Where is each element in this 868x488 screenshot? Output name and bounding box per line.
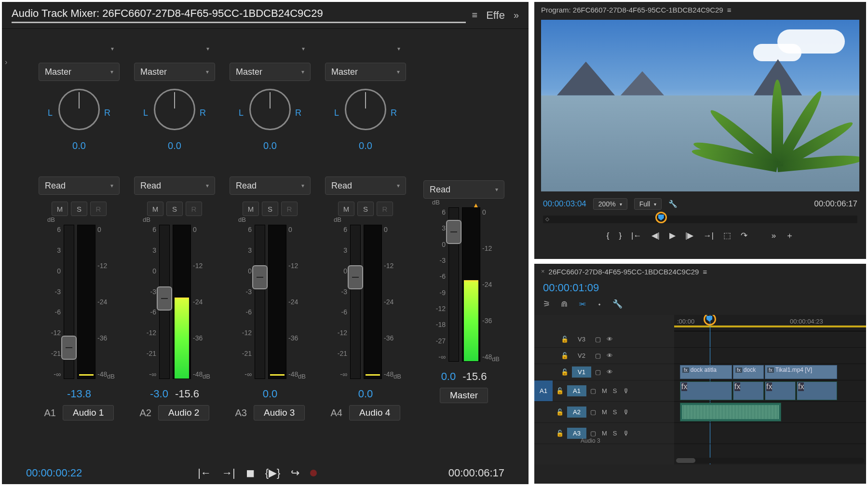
solo-icon[interactable]: S — [613, 387, 617, 394]
linked-selection-icon[interactable]: ⫘ — [578, 299, 586, 309]
channel-name[interactable]: Audio 2 — [158, 405, 209, 420]
pan-value[interactable]: 0.0 — [263, 140, 277, 151]
lift-icon[interactable]: ⬚ — [723, 230, 731, 241]
eye-icon[interactable]: 👁 — [607, 352, 613, 359]
source-patch[interactable] — [534, 423, 553, 444]
close-tab-icon[interactable]: × — [541, 268, 545, 276]
effect-slot-dropdown[interactable]: ▾ — [39, 40, 120, 58]
settings-wrench-icon[interactable]: 🔧 — [612, 299, 623, 309]
expand-chevron-icon[interactable]: › — [5, 58, 7, 67]
program-viewport[interactable] — [541, 20, 859, 191]
effect-slot-dropdown[interactable]: ▾ — [325, 40, 406, 58]
audio-clip[interactable]: fx — [733, 381, 764, 400]
eye-icon[interactable]: 👁 — [607, 368, 613, 376]
go-to-in-icon[interactable]: |← — [631, 231, 641, 241]
pan-value[interactable]: 0.0 — [359, 140, 372, 151]
track-target[interactable]: V1 — [572, 366, 591, 378]
record-enable-button[interactable]: R — [90, 202, 107, 216]
audio-clip[interactable]: fx — [797, 381, 837, 400]
effect-slot-dropdown[interactable]: ▾ — [134, 40, 215, 58]
mute-button[interactable]: M — [52, 202, 68, 216]
pan-knob[interactable] — [154, 89, 195, 130]
automation-mode-dropdown[interactable]: Read▾ — [134, 176, 215, 195]
solo-button[interactable]: S — [71, 202, 87, 216]
fader-handle[interactable] — [348, 265, 363, 289]
channel-name[interactable]: Audio 4 — [349, 405, 400, 420]
fader-handle[interactable] — [157, 286, 172, 311]
eye-icon[interactable]: 👁 — [607, 336, 613, 343]
step-forward-icon[interactable]: |▶ — [685, 230, 693, 241]
panel-menu-icon[interactable]: ≡ — [703, 268, 707, 276]
fader-track[interactable] — [350, 225, 361, 379]
timeline-timecode[interactable]: 00:00:01:09 — [534, 280, 866, 296]
overflow-icon[interactable]: » — [514, 10, 519, 21]
solo-icon[interactable]: S — [613, 408, 617, 416]
track-target[interactable]: A2 — [567, 407, 586, 418]
channel-name[interactable]: Master — [440, 388, 488, 403]
toggle-output-icon[interactable]: ▢ — [595, 352, 601, 359]
voice-over-icon[interactable]: 🎙 — [623, 387, 629, 394]
pan-knob[interactable] — [58, 89, 100, 130]
voice-over-icon[interactable]: 🎙 — [623, 430, 629, 437]
lock-icon[interactable]: 🔓 — [557, 352, 572, 359]
mark-out-icon[interactable]: } — [619, 231, 622, 241]
gain-value[interactable]: 0.0 — [358, 388, 373, 400]
pan-knob[interactable] — [249, 89, 291, 130]
fader-handle[interactable] — [252, 265, 268, 289]
track-target[interactable]: V3 — [572, 334, 591, 345]
solo-icon[interactable]: S — [613, 430, 617, 437]
fader-track[interactable] — [255, 225, 265, 379]
pan-value[interactable]: 0.0 — [168, 140, 181, 151]
pan-knob[interactable] — [345, 89, 386, 130]
fader-track[interactable] — [64, 225, 74, 379]
toggle-output-icon[interactable]: ▢ — [590, 387, 596, 394]
solo-button[interactable]: S — [357, 202, 374, 216]
send-dropdown[interactable]: Master▾ — [230, 63, 311, 81]
lock-icon[interactable]: 🔓 — [557, 336, 572, 343]
go-to-out-icon[interactable]: →| — [222, 467, 235, 479]
play-in-out-icon[interactable]: {▶} — [265, 467, 281, 479]
mark-in-icon[interactable]: { — [607, 231, 610, 241]
go-to-out-icon[interactable]: →| — [703, 231, 713, 241]
audio-clip[interactable]: fx — [680, 381, 732, 400]
effects-tab-truncated[interactable]: Effe — [486, 9, 505, 22]
panel-menu-icon[interactable]: ≡ — [472, 10, 477, 21]
lock-icon[interactable]: 🔓 — [553, 387, 567, 394]
audio-clip[interactable] — [680, 403, 781, 421]
fader-handle[interactable] — [446, 220, 461, 244]
track-target[interactable]: A1 — [567, 385, 586, 396]
overflow-icon[interactable]: » — [772, 231, 776, 241]
go-to-in-icon[interactable]: |← — [198, 467, 211, 479]
track-target[interactable]: V2 — [572, 350, 591, 361]
automation-mode-dropdown[interactable]: Read▾ — [423, 180, 504, 199]
horizontal-scrollbar[interactable] — [676, 458, 864, 463]
send-dropdown[interactable]: Master▾ — [134, 63, 215, 81]
channel-name[interactable]: Audio 3 — [254, 405, 305, 420]
marker-icon[interactable]: ⬩ — [597, 299, 602, 309]
automation-mode-dropdown[interactable]: Read▾ — [325, 176, 406, 195]
quality-dropdown[interactable]: Full▾ — [634, 198, 662, 210]
solo-button[interactable]: S — [262, 202, 278, 216]
mute-button[interactable]: M — [243, 202, 259, 216]
timeline-clips-area[interactable]: :00:00 00:00:04:23 fxdock atitlafxdockfx… — [674, 315, 866, 464]
gain-value[interactable]: 0.0 — [441, 370, 456, 383]
add-button-icon[interactable]: ＋ — [786, 230, 794, 241]
lock-icon[interactable]: 🔓 — [553, 408, 567, 416]
toggle-output-icon[interactable]: ▢ — [595, 336, 601, 343]
record-enable-button[interactable]: R — [377, 202, 393, 216]
loop-icon[interactable]: ↪ — [291, 467, 299, 479]
toggle-output-icon[interactable]: ▢ — [590, 430, 596, 437]
voice-over-icon[interactable]: 🎙 — [623, 408, 629, 416]
automation-mode-dropdown[interactable]: Read▾ — [230, 176, 311, 195]
solo-button[interactable]: S — [166, 202, 183, 216]
audio-clip[interactable]: fx — [765, 381, 796, 400]
gain-value[interactable]: -3.0 — [150, 388, 168, 400]
export-frame-icon[interactable]: ↷ — [741, 230, 747, 241]
fader-handle[interactable] — [61, 336, 77, 360]
time-ruler[interactable]: :00:00 00:00:04:23 — [674, 315, 866, 331]
send-dropdown[interactable]: Master▾ — [325, 63, 406, 81]
channel-name[interactable]: Audio 1 — [63, 405, 114, 420]
pan-value[interactable]: 0.0 — [72, 140, 86, 151]
panel-menu-icon[interactable]: ≡ — [727, 6, 732, 14]
toggle-output-icon[interactable]: ▢ — [590, 408, 596, 416]
